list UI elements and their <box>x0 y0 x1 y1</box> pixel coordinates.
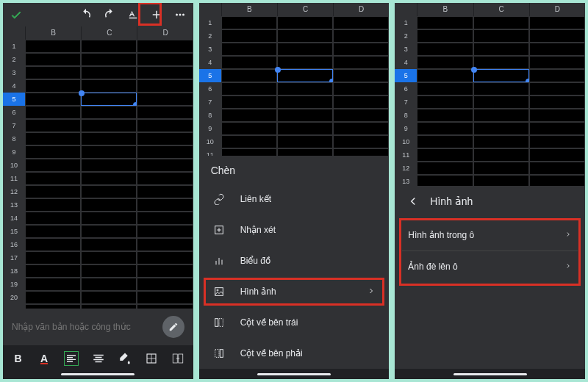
cell[interactable] <box>25 278 81 291</box>
cell[interactable] <box>25 66 81 79</box>
menu-item-link[interactable]: Liên kết <box>199 184 390 215</box>
back-icon[interactable] <box>406 195 420 208</box>
text-format-icon[interactable] <box>126 7 140 22</box>
cell[interactable] <box>529 175 585 186</box>
row-header[interactable]: 4 <box>3 79 25 93</box>
cell[interactable] <box>137 40 193 53</box>
cell[interactable] <box>137 106 193 119</box>
cell[interactable] <box>25 119 81 132</box>
cell[interactable] <box>81 93 137 106</box>
cell[interactable] <box>417 135 473 148</box>
cell[interactable] <box>221 109 277 122</box>
cell[interactable] <box>473 16 529 29</box>
cell[interactable] <box>137 304 193 309</box>
cell[interactable] <box>529 29 585 43</box>
row-header[interactable]: 3 <box>3 66 25 79</box>
cell[interactable] <box>333 43 389 56</box>
formula-input[interactable] <box>12 322 157 332</box>
submenu-item[interactable]: Ảnh đè lên ô <box>402 251 578 282</box>
row-header[interactable]: 7 <box>395 96 417 109</box>
cell[interactable] <box>25 145 81 159</box>
cell[interactable] <box>333 96 389 109</box>
cell[interactable] <box>529 122 585 135</box>
cell[interactable] <box>81 291 137 304</box>
cell[interactable] <box>277 69 333 82</box>
cell[interactable] <box>473 43 529 56</box>
cell[interactable] <box>417 82 473 96</box>
cell[interactable] <box>25 93 81 106</box>
cell[interactable] <box>25 291 81 304</box>
row-header[interactable]: 11 <box>395 148 417 162</box>
cell[interactable] <box>277 96 333 109</box>
row-header[interactable]: 8 <box>3 132 25 145</box>
row-header[interactable]: 4 <box>395 56 417 69</box>
menu-item-chart[interactable]: Biểu đồ <box>199 245 390 276</box>
cell-borders-icon[interactable] <box>145 351 158 366</box>
more-icon[interactable] <box>173 7 187 22</box>
row-header[interactable]: 20 <box>3 291 25 304</box>
cell[interactable] <box>25 172 81 185</box>
cell[interactable] <box>529 109 585 122</box>
cell[interactable] <box>137 264 193 278</box>
cell[interactable] <box>529 16 585 29</box>
submenu-item[interactable]: Hình ảnh trong ô <box>402 220 578 251</box>
cell[interactable] <box>25 79 81 93</box>
cell[interactable] <box>333 135 389 148</box>
row-header[interactable]: 14 <box>3 212 25 225</box>
cell[interactable] <box>529 56 585 69</box>
cell[interactable] <box>417 29 473 43</box>
cell[interactable] <box>81 40 137 53</box>
cell[interactable] <box>81 251 137 264</box>
cell[interactable] <box>333 82 389 96</box>
menu-item-image[interactable]: Hình ảnh <box>199 276 390 307</box>
row-header[interactable]: 7 <box>199 96 221 109</box>
row-header[interactable]: 15 <box>3 225 25 238</box>
row-header[interactable]: 1 <box>395 16 417 29</box>
cell[interactable] <box>25 264 81 278</box>
cell[interactable] <box>81 212 137 225</box>
cell[interactable] <box>333 29 389 43</box>
cell[interactable] <box>277 56 333 69</box>
accept-icon[interactable] <box>9 7 24 22</box>
cell[interactable] <box>473 162 529 175</box>
row-header[interactable]: 18 <box>3 264 25 278</box>
cell[interactable] <box>137 251 193 264</box>
cell[interactable] <box>333 148 389 156</box>
bold-icon[interactable]: B <box>12 351 24 366</box>
cell[interactable] <box>81 185 137 198</box>
row-header[interactable]: 9 <box>395 122 417 135</box>
cell[interactable] <box>333 56 389 69</box>
cell[interactable] <box>25 53 81 66</box>
row-header[interactable]: 9 <box>199 122 221 135</box>
cell[interactable] <box>473 69 529 82</box>
cell[interactable] <box>137 291 193 304</box>
row-header[interactable]: 11 <box>199 148 221 156</box>
row-header[interactable]: 8 <box>395 109 417 122</box>
cell[interactable] <box>473 109 529 122</box>
row-header[interactable]: 5 <box>199 69 221 82</box>
cell[interactable] <box>417 162 473 175</box>
row-header[interactable]: 2 <box>3 53 25 66</box>
cell[interactable] <box>25 40 81 53</box>
row-header[interactable]: 1 <box>199 16 221 29</box>
row-header[interactable]: 10 <box>199 135 221 148</box>
row-header[interactable]: 13 <box>3 198 25 212</box>
cell[interactable] <box>529 135 585 148</box>
cell[interactable] <box>221 69 277 82</box>
cell[interactable] <box>417 122 473 135</box>
cell[interactable] <box>25 132 81 145</box>
cell[interactable] <box>81 278 137 291</box>
row-header[interactable]: 8 <box>199 109 221 122</box>
cell[interactable] <box>221 122 277 135</box>
cell[interactable] <box>529 162 585 175</box>
cell[interactable] <box>81 106 137 119</box>
cell[interactable] <box>137 159 193 172</box>
cell[interactable] <box>81 238 137 251</box>
row-header[interactable]: 6 <box>395 82 417 96</box>
cell[interactable] <box>221 135 277 148</box>
cell[interactable] <box>25 106 81 119</box>
cell[interactable] <box>25 304 81 309</box>
cell[interactable] <box>417 175 473 186</box>
cell[interactable] <box>277 109 333 122</box>
cell[interactable] <box>137 172 193 185</box>
